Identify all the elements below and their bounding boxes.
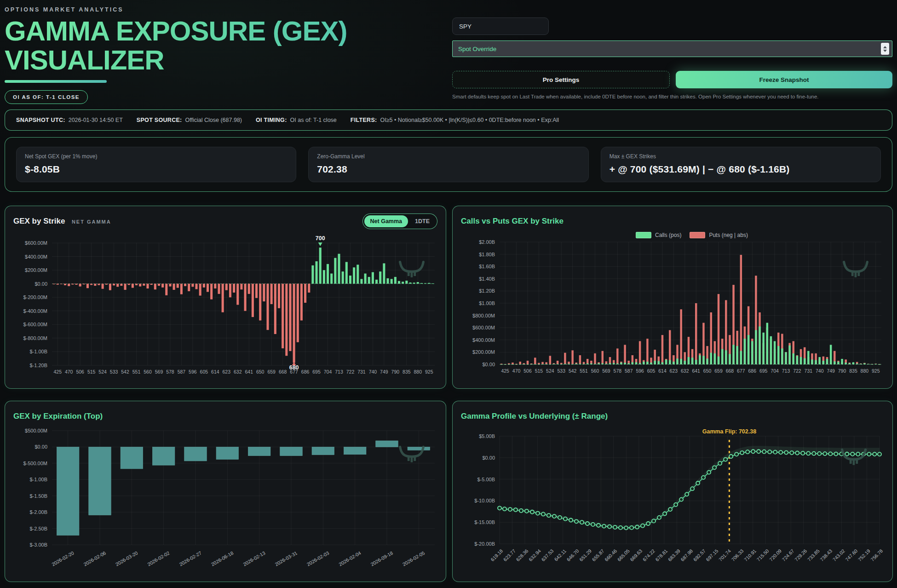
svg-text:706.33: 706.33 bbox=[730, 548, 744, 562]
svg-text:515: 515 bbox=[87, 369, 96, 375]
svg-text:614: 614 bbox=[658, 368, 667, 374]
svg-text:747.60: 747.60 bbox=[844, 548, 858, 562]
svg-text:646.70: 646.70 bbox=[565, 548, 580, 562]
bull-watermark-icon bbox=[841, 448, 867, 468]
svg-text:925: 925 bbox=[425, 369, 433, 375]
svg-text:2026-02-03: 2026-02-03 bbox=[306, 550, 330, 567]
legend-puts-label: Puts (neg | abs) bbox=[709, 232, 748, 238]
svg-text:2026-09-18: 2026-09-18 bbox=[369, 550, 394, 567]
toggle-net-gamma[interactable]: Net Gamma bbox=[364, 215, 408, 227]
svg-text:$-400.00M: $-400.00M bbox=[23, 308, 47, 314]
svg-text:Gamma Flip: 702.38: Gamma Flip: 702.38 bbox=[702, 428, 756, 435]
svg-text:2026-03-20: 2026-03-20 bbox=[115, 550, 139, 567]
svg-text:$-500.00M: $-500.00M bbox=[23, 461, 47, 466]
panel-gamma-profile: Gamma Profile vs Underlying (± Range) 61… bbox=[452, 401, 893, 582]
stat-value: + @ 700 ($531.69M) | − @ 680 ($-1.16B) bbox=[610, 164, 872, 175]
svg-text:$400.00M: $400.00M bbox=[472, 337, 495, 343]
calls-swatch-icon bbox=[636, 232, 651, 238]
svg-text:2026-02-04: 2026-02-04 bbox=[338, 550, 362, 567]
app-kicker: OPTIONS MARKET ANALYTICS bbox=[5, 6, 452, 13]
chart-legend: Calls (pos) Puts (neg | abs) bbox=[461, 232, 884, 238]
gamma-profile-chart: 619.18623.77628.36632.94637.53642.11646.… bbox=[461, 424, 885, 573]
svg-text:$-20.00B: $-20.00B bbox=[474, 541, 495, 547]
filters-label: FILTERS: bbox=[351, 117, 377, 123]
svg-text:665.05: 665.05 bbox=[616, 548, 631, 562]
svg-text:752.19: 752.19 bbox=[857, 548, 871, 562]
svg-text:$0.00: $0.00 bbox=[482, 455, 495, 461]
svg-text:729.26: 729.26 bbox=[794, 548, 808, 562]
svg-text:659: 659 bbox=[267, 369, 276, 375]
svg-text:$-5.00B: $-5.00B bbox=[477, 477, 495, 482]
svg-text:641: 641 bbox=[245, 369, 253, 375]
svg-text:551: 551 bbox=[132, 369, 141, 375]
svg-text:425: 425 bbox=[501, 368, 509, 374]
pro-settings-button[interactable]: Pro Settings bbox=[452, 71, 670, 88]
panel-title: Gamma Profile vs Underlying (± Range) bbox=[461, 412, 608, 421]
svg-text:749: 749 bbox=[827, 368, 835, 374]
svg-text:880: 880 bbox=[861, 368, 869, 374]
calls-vs-puts-chart: 4254705065155245335425515605695785875966… bbox=[461, 238, 885, 376]
svg-text:2026-02-05: 2026-02-05 bbox=[402, 550, 426, 567]
stat-label: Net Spot GEX (per 1% move) bbox=[25, 153, 288, 160]
bull-watermark-icon bbox=[399, 260, 425, 281]
svg-text:$0.00: $0.00 bbox=[34, 281, 47, 287]
svg-text:569: 569 bbox=[602, 368, 610, 374]
svg-text:$-1.00B: $-1.00B bbox=[29, 349, 47, 354]
panel-title-group: GEX by Strike NET GAMMA bbox=[13, 217, 111, 226]
spinner-down-icon[interactable] bbox=[883, 50, 887, 52]
svg-text:731: 731 bbox=[805, 368, 813, 374]
svg-text:$1.00B: $1.00B bbox=[479, 300, 495, 306]
svg-text:835: 835 bbox=[402, 369, 411, 375]
svg-text:605: 605 bbox=[647, 368, 656, 374]
controls-block: Pro Settings Freeze Snapshot Smart defau… bbox=[452, 6, 892, 104]
svg-text:738.43: 738.43 bbox=[819, 548, 833, 562]
spot-override-input[interactable] bbox=[452, 40, 892, 57]
panel-header: GEX by Expiration (Top) bbox=[13, 409, 437, 424]
svg-text:$200.00M: $200.00M bbox=[25, 267, 47, 273]
svg-text:560: 560 bbox=[591, 368, 599, 374]
bull-watermark-icon bbox=[843, 260, 868, 281]
svg-text:704: 704 bbox=[770, 368, 779, 374]
svg-text:587: 587 bbox=[178, 369, 186, 375]
svg-text:$-2.50B: $-2.50B bbox=[29, 526, 47, 531]
svg-text:605: 605 bbox=[200, 369, 208, 375]
svg-text:2026-02-27: 2026-02-27 bbox=[178, 550, 202, 567]
svg-text:515: 515 bbox=[535, 368, 543, 374]
svg-text:650: 650 bbox=[256, 369, 264, 375]
svg-text:470: 470 bbox=[65, 369, 73, 375]
svg-text:686: 686 bbox=[748, 368, 756, 374]
panel-subtitle: NET GAMMA bbox=[72, 219, 111, 225]
svg-text:$-1.50B: $-1.50B bbox=[29, 493, 47, 499]
svg-text:632: 632 bbox=[234, 369, 242, 375]
gamma-mode-toggle: Net Gamma 1DTE bbox=[362, 213, 437, 229]
svg-text:655.87: 655.87 bbox=[591, 548, 605, 562]
svg-text:2026-02-02: 2026-02-02 bbox=[146, 550, 171, 567]
toggle-1dte[interactable]: 1DTE bbox=[409, 215, 436, 227]
svg-text:$-1.00B: $-1.00B bbox=[29, 477, 47, 482]
charts-grid: GEX by Strike NET GAMMA Net Gamma 1DTE 4… bbox=[5, 206, 892, 582]
page-title-line1: GAMMA EXPOSURE (GEX) bbox=[5, 16, 347, 46]
svg-text:560: 560 bbox=[144, 369, 152, 375]
panel-title: GEX by Strike bbox=[13, 217, 65, 225]
ticker-input[interactable] bbox=[452, 17, 549, 35]
svg-text:674.22: 674.22 bbox=[642, 548, 656, 562]
svg-text:$2.00B: $2.00B bbox=[479, 239, 495, 245]
svg-text:740: 740 bbox=[369, 369, 377, 375]
spinner-up-icon[interactable] bbox=[883, 46, 887, 48]
header: OPTIONS MARKET ANALYTICS GAMMA EXPOSURE … bbox=[5, 6, 892, 104]
snapshot-bar: SNAPSHOT UTC:2026-01-30 14:50 ET SPOT SO… bbox=[5, 110, 892, 131]
svg-text:680: 680 bbox=[289, 364, 299, 371]
svg-text:542: 542 bbox=[121, 369, 129, 375]
svg-text:$1.20B: $1.20B bbox=[479, 288, 495, 294]
svg-text:578: 578 bbox=[166, 369, 174, 375]
svg-text:733.85: 733.85 bbox=[806, 548, 821, 562]
snapshot-utc: SNAPSHOT UTC:2026-01-30 14:50 ET bbox=[16, 117, 123, 123]
svg-text:722: 722 bbox=[346, 369, 355, 375]
gex-by-strike-chart: 4254705065155245335425515605695785875966… bbox=[13, 229, 438, 377]
freeze-snapshot-button[interactable]: Freeze Snapshot bbox=[676, 71, 892, 88]
spot-override-spinner[interactable] bbox=[881, 43, 889, 55]
svg-text:$1.60B: $1.60B bbox=[479, 264, 495, 269]
svg-text:701.74: 701.74 bbox=[718, 548, 732, 562]
svg-text:695: 695 bbox=[759, 368, 768, 374]
svg-text:749: 749 bbox=[380, 369, 388, 375]
